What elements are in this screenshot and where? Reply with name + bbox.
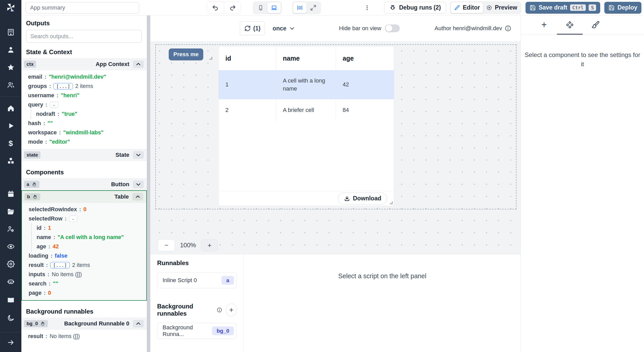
bg0-badge[interactable]: bg_0 [24, 320, 48, 327]
windmill-logo[interactable] [0, 0, 21, 15]
fullscreen-button[interactable] [307, 2, 320, 13]
cubes-icon[interactable] [7, 157, 15, 165]
calendar-icon[interactable] [7, 190, 15, 198]
ctx-type-label: App Context [96, 61, 129, 68]
app-canvas: (1) once Hide bar on view Author henri@w… [150, 15, 521, 352]
home-icon[interactable] [7, 104, 15, 112]
mobile-view-button[interactable] [254, 2, 267, 13]
table-cell: A cell with a long name [276, 70, 336, 99]
state-section-header[interactable]: state State [21, 149, 147, 161]
press-me-button[interactable]: Press me [169, 48, 203, 60]
outputs-scrollbar[interactable] [147, 15, 150, 352]
button-resize-handle[interactable] [209, 57, 212, 60]
tab-theme-styling[interactable] [583, 15, 608, 35]
bg0-section-header[interactable]: bg_0 Background Runnable 0 [21, 318, 147, 330]
expand-object-token[interactable]: - [50, 102, 58, 108]
hand-pointer-icon [32, 194, 38, 199]
search-outputs-input[interactable] [26, 30, 142, 43]
component-a-header[interactable]: a Button [21, 178, 147, 190]
table-resize-handle[interactable] [390, 201, 393, 204]
table-row[interactable]: 2 A briefer cell 84 [219, 99, 394, 121]
save-draft-button[interactable]: Save draft Ctrl S [526, 2, 600, 14]
expand-array-token[interactable]: [...] [53, 83, 73, 89]
bg0-type-label: Background Runnable 0 [64, 320, 129, 327]
table-header-age[interactable]: age [336, 46, 394, 70]
table-footer: Download [219, 191, 394, 206]
app-summary-input[interactable] [26, 2, 139, 13]
sidebar-divider [0, 96, 21, 97]
component-b-section-selected: b Table selectedRowIndex:0 selectedRow:-… [21, 190, 147, 301]
output-row: inputs:No items ([]) [29, 270, 146, 279]
component-b-badge[interactable]: b [24, 193, 40, 200]
output-row: query:- [28, 100, 147, 109]
zoom-in-button[interactable]: + [201, 239, 218, 251]
building-icon[interactable] [7, 28, 15, 36]
preview-tab[interactable]: Preview [483, 2, 520, 13]
expand-array-token[interactable]: [...] [50, 262, 70, 268]
hide-bar-toggle[interactable] [385, 24, 400, 32]
sidebar-bottom-divider [0, 332, 21, 332]
refresh-icon [244, 25, 251, 32]
state-expand-button[interactable] [133, 151, 144, 159]
gear-icon[interactable] [7, 260, 15, 268]
kbd-ctrl: Ctrl [570, 4, 586, 11]
background-runnable-label: Background Runna... [163, 324, 212, 338]
folder-icon[interactable] [7, 208, 15, 215]
eye-icon[interactable] [7, 243, 15, 250]
chevron-up-icon [135, 194, 141, 200]
download-button[interactable]: Download [338, 193, 387, 204]
ctx-collapse-button[interactable] [133, 60, 144, 68]
moon-icon[interactable] [7, 314, 15, 322]
info-icon[interactable] [505, 25, 511, 32]
deploy-button[interactable]: Deploy [604, 2, 641, 14]
desktop-view-button[interactable] [267, 2, 281, 13]
redo-button[interactable] [224, 2, 241, 14]
info-icon[interactable] [217, 307, 222, 313]
more-menu-button[interactable] [362, 3, 372, 13]
add-background-runnable-button[interactable]: + [226, 304, 237, 316]
table-row-selected[interactable]: 1 A cell with a long name 42 [219, 70, 394, 99]
robot-icon[interactable] [7, 278, 15, 285]
user-icon[interactable] [7, 46, 15, 54]
editor-tab[interactable]: Editor [451, 2, 483, 13]
script-editor-empty-state: Select a script on the left panel [244, 254, 521, 352]
table-header-row: id name age [219, 46, 394, 70]
phone-icon [258, 5, 264, 11]
component-b-header[interactable]: b Table [22, 191, 146, 203]
ctx-badge[interactable]: ctx [24, 61, 36, 68]
canvas-grid[interactable]: Press me id name age 1 A cell with a lon… [150, 41, 521, 254]
refresh-mode-dropdown[interactable]: once [273, 25, 295, 32]
zoom-out-button[interactable]: − [158, 239, 175, 251]
play-icon[interactable] [7, 122, 15, 130]
dollar-icon[interactable]: $ [7, 140, 15, 147]
bg0-collapse-button[interactable] [133, 320, 144, 328]
refresh-mode-value: once [273, 25, 286, 32]
component-a-type: Button [111, 181, 129, 188]
state-badge[interactable]: state [24, 151, 40, 159]
star-icon[interactable] [7, 63, 15, 71]
deploy-save-icon [608, 5, 615, 11]
table-header-name[interactable]: name [276, 46, 336, 70]
refresh-button[interactable]: (1) [240, 21, 265, 35]
table-component: id name age 1 A cell with a long name 42… [218, 46, 394, 206]
tab-insert-component[interactable]: + [531, 15, 557, 35]
kebab-menu-icon [364, 4, 370, 11]
users-gear-icon[interactable] [7, 225, 15, 233]
arrow-right-icon[interactable] [7, 339, 15, 346]
component-b-type: Table [114, 193, 129, 200]
inline-script-item[interactable]: Inline Script 0 a [157, 272, 237, 288]
debug-runs-button[interactable]: Debug runs (2) [384, 2, 446, 14]
component-a-expand-button[interactable] [133, 181, 144, 188]
component-a-badge[interactable]: a [24, 181, 39, 188]
tab-component-settings[interactable] [557, 15, 583, 35]
background-runnable-item[interactable]: Background Runna... bg_0 [157, 323, 237, 339]
table-header-id[interactable]: id [219, 46, 276, 70]
centered-layout-button[interactable] [293, 2, 307, 13]
book-icon[interactable] [7, 297, 15, 304]
canvas-toolbar: (1) once Hide bar on view Author henri@w… [150, 15, 521, 41]
undo-button[interactable] [207, 2, 224, 14]
component-b-collapse-button[interactable] [132, 193, 143, 201]
users-group-icon[interactable] [7, 81, 15, 89]
expand-object-token[interactable]: - [69, 216, 78, 222]
ctx-section-header[interactable]: ctx App Context [21, 58, 147, 70]
